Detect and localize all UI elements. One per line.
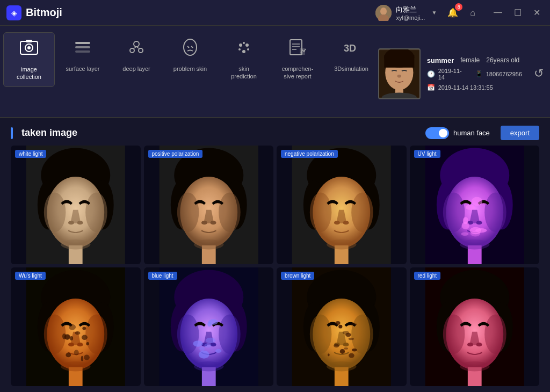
profile-name: summer bbox=[427, 56, 454, 64]
profile-age: 26years old bbox=[486, 56, 519, 64]
svg-point-64 bbox=[310, 192, 332, 232]
image-card-wus-light[interactable]: Wu's light bbox=[11, 267, 141, 386]
nav-item-3d-simulation[interactable]: 3D 3Dsimulation bbox=[325, 32, 377, 78]
profile-phone-icon: 📱 bbox=[475, 70, 483, 77]
svg-point-55 bbox=[201, 221, 207, 224]
nav-item-skin-prediction[interactable]: skinprediction bbox=[218, 32, 270, 86]
svg-point-34 bbox=[397, 74, 401, 77]
svg-point-164 bbox=[460, 361, 489, 371]
svg-point-23 bbox=[242, 50, 245, 53]
svg-text:3D: 3D bbox=[344, 43, 356, 54]
svg-point-149 bbox=[349, 338, 354, 340]
face-canvas-brown-light bbox=[277, 267, 407, 386]
image-label-positive-polarization: positive polarization bbox=[148, 150, 203, 158]
close-button[interactable]: ✕ bbox=[530, 6, 544, 19]
svg-point-136 bbox=[310, 314, 332, 354]
svg-point-88 bbox=[475, 228, 487, 233]
nav-bar: imagecollection surface layer deep layer… bbox=[0, 26, 550, 118]
image-card-positive-polarization[interactable]: positive polarization bbox=[144, 146, 274, 264]
svg-point-45 bbox=[77, 221, 83, 224]
dropdown-icon: ▼ bbox=[431, 10, 437, 16]
section-title: taken image bbox=[21, 127, 77, 139]
svg-point-147 bbox=[352, 349, 357, 351]
image-card-negative-polarization[interactable]: negative polarization bbox=[277, 146, 407, 264]
image-card-red-light[interactable]: red light bbox=[410, 267, 540, 386]
title-bar: ◈ Bitmoji 向雅兰 xyl@moji... ▼ 🔔 8 ⌂ bbox=[0, 0, 550, 26]
svg-point-111 bbox=[70, 336, 73, 340]
face-canvas-white-light bbox=[11, 146, 141, 264]
nav-icon-surface-layer bbox=[73, 38, 92, 61]
svg-rect-33 bbox=[384, 55, 414, 67]
svg-rect-9 bbox=[75, 50, 90, 53]
image-card-brown-light[interactable]: brown light bbox=[277, 267, 407, 386]
svg-point-109 bbox=[74, 350, 79, 355]
svg-point-108 bbox=[82, 327, 86, 330]
content-area: taken image human face export white ligh… bbox=[0, 118, 550, 392]
section-header: taken image human face export bbox=[0, 118, 550, 146]
svg-point-44 bbox=[68, 221, 74, 224]
svg-point-107 bbox=[69, 324, 76, 330]
nav-label-3d-simulation: 3Dsimulation bbox=[334, 65, 368, 72]
user-email: xyl@moji... bbox=[396, 14, 425, 21]
nav-item-image-collection[interactable]: imagecollection bbox=[3, 32, 55, 87]
profile-gender: female bbox=[460, 56, 480, 64]
svg-point-85 bbox=[462, 217, 468, 224]
svg-point-124 bbox=[205, 338, 215, 343]
svg-point-117 bbox=[177, 314, 199, 354]
image-card-blue-light[interactable]: blue light bbox=[144, 267, 274, 386]
section-title-bar bbox=[11, 127, 13, 139]
svg-point-21 bbox=[238, 48, 241, 50]
svg-point-58 bbox=[194, 239, 223, 249]
profile-datetime-row: 📅 2019-11-14 13:31:55 bbox=[427, 84, 522, 91]
image-label-negative-polarization: negative polarization bbox=[281, 150, 338, 158]
image-label-wus-light: Wu's light bbox=[15, 272, 46, 280]
face-canvas-red-light bbox=[410, 267, 540, 386]
svg-point-86 bbox=[461, 233, 468, 236]
notification-badge: 8 bbox=[455, 3, 462, 11]
minimize-button[interactable]: — bbox=[490, 6, 505, 19]
toggle-knob bbox=[439, 129, 447, 137]
svg-point-20 bbox=[245, 43, 249, 47]
svg-point-118 bbox=[219, 314, 241, 354]
svg-rect-7 bbox=[75, 42, 90, 44]
export-button[interactable]: export bbox=[501, 126, 539, 140]
nav-item-deep-layer[interactable]: deep layer bbox=[111, 32, 162, 78]
svg-point-80 bbox=[460, 239, 489, 249]
face-canvas-blue-light bbox=[144, 267, 274, 386]
nav-items-container: imagecollection surface layer deep layer… bbox=[0, 30, 378, 117]
nav-label-image-collection: imagecollection bbox=[17, 66, 41, 81]
svg-point-69 bbox=[327, 239, 356, 249]
user-info[interactable]: 向雅兰 xyl@moji... ▼ bbox=[375, 5, 437, 21]
nav-icon-skin-prediction bbox=[234, 38, 254, 61]
svg-point-65 bbox=[351, 192, 373, 232]
svg-point-97 bbox=[77, 343, 83, 346]
profile-datetime: 2019-11-14 13:31:55 bbox=[438, 84, 493, 91]
svg-point-54 bbox=[219, 192, 241, 232]
image-label-brown-light: brown light bbox=[281, 272, 314, 280]
title-controls: 向雅兰 xyl@moji... ▼ 🔔 8 ⌂ — ☐ ✕ bbox=[375, 5, 544, 21]
nav-item-problem-skin[interactable]: problem skin bbox=[164, 32, 216, 78]
svg-point-122 bbox=[194, 361, 223, 371]
nav-item-comprehensive-report[interactable]: comprehen-sive report bbox=[272, 32, 323, 86]
back-button[interactable]: ↺ bbox=[534, 67, 544, 81]
clock-icon: 🕐 bbox=[427, 70, 435, 78]
face-canvas-wus-light bbox=[11, 267, 141, 386]
maximize-button[interactable]: ☐ bbox=[511, 6, 525, 19]
human-face-toggle[interactable] bbox=[425, 127, 449, 139]
svg-point-53 bbox=[177, 192, 199, 232]
image-label-uv-light: UV light bbox=[414, 150, 440, 158]
svg-point-153 bbox=[335, 321, 340, 325]
face-canvas-positive-polarization bbox=[144, 146, 274, 264]
profile-phone: 18066762956 bbox=[486, 71, 522, 77]
image-card-uv-light[interactable]: UV light bbox=[410, 146, 540, 264]
svg-point-127 bbox=[215, 349, 221, 353]
bell-icon[interactable]: 🔔 8 bbox=[445, 5, 460, 20]
svg-point-104 bbox=[75, 331, 80, 335]
home-icon[interactable]: ⌂ bbox=[468, 6, 477, 20]
svg-line-13 bbox=[133, 47, 136, 49]
svg-point-84 bbox=[465, 205, 474, 210]
nav-item-surface-layer[interactable]: surface layer bbox=[57, 32, 108, 78]
image-card-white-light[interactable]: white light bbox=[11, 146, 141, 264]
svg-point-126 bbox=[204, 343, 211, 347]
image-label-white-light: white light bbox=[15, 150, 46, 158]
